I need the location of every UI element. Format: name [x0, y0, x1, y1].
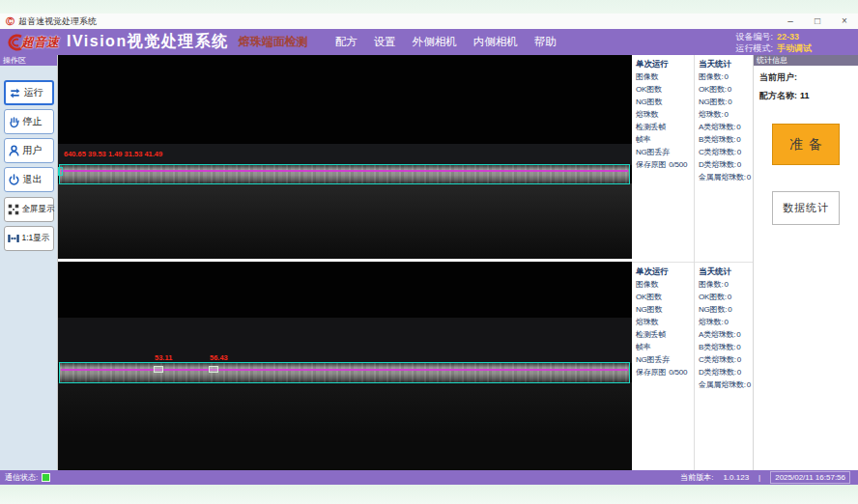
stat-row: OK图数:0 — [699, 291, 753, 303]
stat-row: D类熔珠数:0 — [699, 158, 753, 171]
stat-row: OK图数:0 — [699, 83, 753, 96]
app-window: Ⓒ 超音速视觉处理系统 – □ × 超音速 IVision视觉处理系统 熔珠端面… — [0, 0, 858, 504]
stat-row: B类熔珠数:0 — [699, 341, 753, 353]
single-run-panel-top: 单次运行 图像数 OK图数 NG图数 熔珠数 检测丢帧 帧率 NG图丢弃 保存原… — [632, 55, 694, 259]
stat-label: 金属屑熔珠数: — [699, 380, 746, 389]
stat-row: C类熔珠数:0 — [699, 353, 753, 366]
run-mode-value: 手动调试 — [777, 42, 817, 54]
stat-row-save: 保存原图 0/500 — [636, 158, 694, 171]
comm-status-label: 通信状态: — [5, 472, 38, 483]
stat-row: OK图数 — [636, 291, 694, 303]
fullscreen-button[interactable]: 全屏显示 — [4, 197, 54, 222]
separator: | — [758, 473, 760, 482]
window-controls: – □ × — [777, 14, 858, 29]
one-to-one-button[interactable]: 1:1显示 — [4, 226, 54, 251]
panel-header: 当天统计 — [699, 57, 753, 70]
fullscreen-grid-icon — [7, 203, 20, 216]
stat-value: 0 — [737, 160, 741, 169]
device-number-value: 22-33 — [777, 31, 817, 42]
prepare-button[interactable]: 准备 — [772, 124, 840, 165]
stat-value: 0 — [728, 305, 731, 314]
recipe-name-row: 配方名称:11 — [759, 90, 858, 102]
defect-box — [209, 366, 218, 373]
daily-stats-panel-top: 当天统计 图像数:0 OK图数:0 NG图数:0 熔珠数:0 A类熔珠数:0 B… — [695, 55, 753, 259]
strip-texture — [60, 363, 629, 382]
menu-item-settings[interactable]: 设置 — [374, 35, 396, 49]
panel-header: 单次运行 — [636, 57, 694, 70]
stat-label: D类熔珠数: — [699, 160, 736, 169]
single-run-panel-bottom: 单次运行 图像数 OK图数 NG图数 熔珠数 检测丢帧 帧率 NG图丢弃 保存原… — [632, 262, 694, 470]
close-button[interactable]: × — [831, 14, 858, 29]
statistics-info-panel: 统计信息 当前用户: 配方名称:11 准备 数据统计 — [753, 55, 858, 470]
comm-status-green-indicator — [42, 473, 50, 482]
stop-button-label: 停止 — [23, 115, 43, 128]
measurement-annotation: 53.11 — [155, 353, 172, 362]
menu-item-inner-camera[interactable]: 内侧相机 — [473, 35, 518, 49]
stat-value: 0 — [736, 343, 740, 351]
stat-label: 熔珠数: — [699, 110, 723, 119]
run-button-label: 运行 — [24, 86, 43, 99]
stat-label: B类熔珠数: — [699, 343, 735, 351]
measurement-annotation: 56.43 — [210, 353, 228, 362]
run-button[interactable]: 运行 — [4, 80, 54, 105]
stat-row: 图像数 — [636, 70, 694, 83]
daily-stats-panel-bottom: 当天统计 图像数:0 OK图数:0 NG图数:0 熔珠数:0 A类熔珠数:0 B… — [695, 262, 753, 470]
stat-label: A类熔珠数: — [699, 123, 735, 131]
menu-item-help[interactable]: 帮助 — [534, 35, 557, 49]
stat-label: 保存原图 — [636, 368, 666, 377]
stat-row: A类熔珠数:0 — [699, 121, 753, 133]
stat-row: NG图丢弃 — [636, 146, 694, 158]
camera-view-top: 640.65 39.53 1.49 31.53 41.49 — [58, 55, 632, 259]
stat-row: NG图数 — [636, 96, 694, 108]
main-area: 操作区 运行 停止 — [0, 55, 858, 470]
stat-label: C类熔珠数: — [699, 148, 736, 156]
stat-row: 熔珠数:0 — [699, 316, 753, 328]
datetime: 2025/02/11 16:57:56 — [770, 471, 850, 484]
device-number-label: 设备编号: — [735, 31, 773, 42]
stat-value: 0/500 — [669, 160, 687, 169]
menu-item-outer-camera[interactable]: 外侧相机 — [413, 35, 457, 49]
menu-item-recipe[interactable]: 配方 — [335, 35, 358, 49]
strip-texture — [60, 165, 629, 183]
info-panel-header: 统计信息 — [754, 55, 858, 66]
panel-header: 单次运行 — [636, 265, 694, 278]
stat-value: 0 — [724, 72, 728, 81]
stat-label: B类熔珠数: — [699, 135, 735, 144]
stat-row: B类熔珠数:0 — [699, 133, 753, 146]
stat-row: 图像数:0 — [699, 278, 753, 291]
stat-row: 金属屑熔珠数:0 — [699, 171, 753, 183]
data-statistics-button[interactable]: 数据统计 — [772, 191, 840, 225]
stat-row-save: 保存原图 0/500 — [636, 366, 694, 378]
stat-row: A类熔珠数:0 — [699, 328, 753, 341]
stat-label: D类熔珠数: — [699, 368, 736, 377]
daily-stats-column: 当天统计 图像数:0 OK图数:0 NG图数:0 熔珠数:0 A类熔珠数:0 B… — [694, 55, 753, 470]
stat-value: 0 — [736, 123, 740, 131]
user-button[interactable]: 用户 — [4, 138, 54, 163]
stat-row: 帧率 — [636, 341, 694, 353]
stat-label: 图像数: — [699, 72, 723, 81]
exit-button-label: 退出 — [23, 173, 43, 186]
exit-button[interactable]: 退出 — [4, 167, 54, 192]
run-mode-label: 运行模式: — [735, 42, 773, 54]
weld-bead-strip — [60, 363, 629, 382]
stat-label: OK图数: — [699, 293, 727, 301]
stat-row: OK图数 — [636, 83, 694, 96]
stat-value: 0 — [724, 318, 728, 326]
stop-button[interactable]: 停止 — [4, 109, 54, 134]
stat-label: A类熔珠数: — [699, 330, 735, 339]
maximize-button[interactable]: □ — [804, 14, 831, 29]
page-title: IVision视觉处理系统 — [67, 32, 229, 52]
camera-viewport: 640.65 39.53 1.49 31.53 41.49 53.11 56.4… — [58, 55, 632, 470]
stat-row: 熔珠数 — [636, 108, 694, 121]
user-icon — [7, 144, 21, 158]
os-titlebar: Ⓒ 超音速视觉处理系统 – □ × — [0, 14, 858, 30]
version-info: 当前版本: 1.0.123 | 2025/02/11 16:57:56 — [680, 471, 850, 484]
fullscreen-button-label: 全屏显示 — [22, 204, 55, 215]
single-run-column: 单次运行 图像数 OK图数 NG图数 熔珠数 检测丢帧 帧率 NG图丢弃 保存原… — [632, 55, 694, 470]
one-to-one-icon — [7, 232, 20, 245]
stat-row: 熔珠数:0 — [699, 108, 753, 121]
minimize-button[interactable]: – — [777, 14, 804, 29]
stat-row: 金属屑熔珠数:0 — [699, 378, 753, 391]
device-info: 设备编号: 22-33 运行模式: 手动调试 — [735, 31, 817, 54]
stat-value: 0 — [736, 330, 740, 339]
